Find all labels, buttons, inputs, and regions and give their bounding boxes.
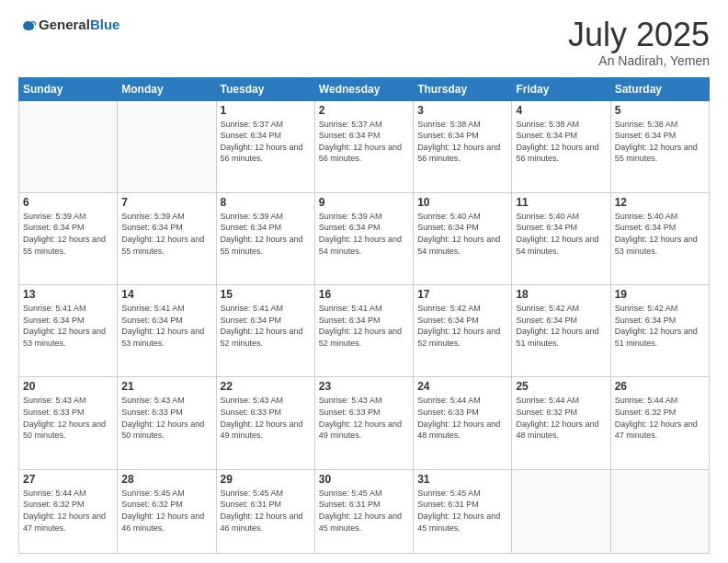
day-number: 19 [615, 288, 705, 301]
day-info: Sunrise: 5:43 AM Sunset: 6:33 PM Dayligh… [121, 395, 211, 441]
table-row: 23Sunrise: 5:43 AM Sunset: 6:33 PM Dayli… [314, 377, 413, 469]
day-number: 3 [417, 104, 507, 117]
logo: GeneralBlue [18, 17, 119, 33]
day-number: 22 [221, 380, 311, 393]
day-number: 17 [417, 288, 507, 301]
table-row [512, 469, 610, 553]
table-row: 25Sunrise: 5:44 AM Sunset: 6:32 PM Dayli… [512, 377, 610, 469]
col-friday: Friday [512, 77, 610, 100]
location-title: An Nadirah, Yemen [568, 53, 710, 68]
day-number: 2 [319, 104, 409, 117]
table-row: 24Sunrise: 5:44 AM Sunset: 6:33 PM Dayli… [414, 377, 512, 469]
day-number: 8 [221, 196, 311, 209]
day-number: 26 [615, 380, 705, 393]
day-number: 14 [121, 288, 211, 301]
day-info: Sunrise: 5:39 AM Sunset: 6:34 PM Dayligh… [23, 211, 113, 257]
table-row: 26Sunrise: 5:44 AM Sunset: 6:32 PM Dayli… [610, 377, 709, 469]
day-info: Sunrise: 5:42 AM Sunset: 6:34 PM Dayligh… [417, 303, 507, 349]
day-info: Sunrise: 5:44 AM Sunset: 6:32 PM Dayligh… [23, 488, 113, 534]
title-block: July 2025 An Nadirah, Yemen [568, 17, 710, 68]
month-title: July 2025 [568, 17, 710, 53]
table-row: 19Sunrise: 5:42 AM Sunset: 6:34 PM Dayli… [610, 285, 709, 377]
day-info: Sunrise: 5:43 AM Sunset: 6:33 PM Dayligh… [23, 395, 113, 441]
day-number: 12 [615, 196, 705, 209]
table-row: 28Sunrise: 5:45 AM Sunset: 6:32 PM Dayli… [118, 469, 216, 553]
day-number: 15 [221, 288, 311, 301]
day-info: Sunrise: 5:41 AM Sunset: 6:34 PM Dayligh… [23, 303, 113, 349]
day-info: Sunrise: 5:45 AM Sunset: 6:31 PM Dayligh… [417, 488, 507, 534]
table-row: 16Sunrise: 5:41 AM Sunset: 6:34 PM Dayli… [314, 285, 413, 377]
table-row: 18Sunrise: 5:42 AM Sunset: 6:34 PM Dayli… [512, 285, 610, 377]
day-number: 20 [23, 380, 113, 393]
table-row: 4Sunrise: 5:38 AM Sunset: 6:34 PM Daylig… [512, 100, 610, 192]
day-info: Sunrise: 5:37 AM Sunset: 6:34 PM Dayligh… [221, 119, 311, 165]
page: GeneralBlue July 2025 An Nadirah, Yemen … [0, 0, 728, 563]
day-number: 7 [121, 196, 211, 209]
table-row: 14Sunrise: 5:41 AM Sunset: 6:34 PM Dayli… [118, 285, 216, 377]
table-row: 11Sunrise: 5:40 AM Sunset: 6:34 PM Dayli… [512, 192, 610, 284]
table-row: 30Sunrise: 5:45 AM Sunset: 6:31 PM Dayli… [314, 469, 413, 553]
col-saturday: Saturday [610, 77, 709, 100]
table-row [610, 469, 709, 553]
day-info: Sunrise: 5:39 AM Sunset: 6:34 PM Dayligh… [221, 211, 311, 257]
day-number: 29 [221, 473, 311, 486]
day-info: Sunrise: 5:45 AM Sunset: 6:31 PM Dayligh… [319, 488, 409, 534]
day-number: 31 [417, 473, 507, 486]
day-info: Sunrise: 5:38 AM Sunset: 6:34 PM Dayligh… [417, 119, 507, 165]
day-number: 4 [516, 104, 606, 117]
day-info: Sunrise: 5:41 AM Sunset: 6:34 PM Dayligh… [221, 303, 311, 349]
logo-icon [20, 17, 37, 33]
col-thursday: Thursday [414, 77, 512, 100]
day-info: Sunrise: 5:41 AM Sunset: 6:34 PM Dayligh… [121, 303, 211, 349]
table-row: 29Sunrise: 5:45 AM Sunset: 6:31 PM Dayli… [216, 469, 314, 553]
table-row: 9Sunrise: 5:39 AM Sunset: 6:34 PM Daylig… [314, 192, 413, 284]
day-info: Sunrise: 5:43 AM Sunset: 6:33 PM Dayligh… [319, 395, 409, 441]
day-info: Sunrise: 5:44 AM Sunset: 6:32 PM Dayligh… [615, 395, 705, 441]
table-row: 6Sunrise: 5:39 AM Sunset: 6:34 PM Daylig… [19, 192, 118, 284]
day-info: Sunrise: 5:44 AM Sunset: 6:33 PM Dayligh… [417, 395, 507, 441]
table-row: 13Sunrise: 5:41 AM Sunset: 6:34 PM Dayli… [19, 285, 118, 377]
day-number: 21 [121, 380, 211, 393]
day-info: Sunrise: 5:37 AM Sunset: 6:34 PM Dayligh… [319, 119, 409, 165]
calendar-week-2: 6Sunrise: 5:39 AM Sunset: 6:34 PM Daylig… [19, 192, 710, 284]
table-row: 20Sunrise: 5:43 AM Sunset: 6:33 PM Dayli… [19, 377, 118, 469]
table-row: 27Sunrise: 5:44 AM Sunset: 6:32 PM Dayli… [19, 469, 118, 553]
day-info: Sunrise: 5:42 AM Sunset: 6:34 PM Dayligh… [615, 303, 705, 349]
table-row: 31Sunrise: 5:45 AM Sunset: 6:31 PM Dayli… [414, 469, 512, 553]
table-row: 10Sunrise: 5:40 AM Sunset: 6:34 PM Dayli… [414, 192, 512, 284]
table-row: 3Sunrise: 5:38 AM Sunset: 6:34 PM Daylig… [414, 100, 512, 192]
day-info: Sunrise: 5:44 AM Sunset: 6:32 PM Dayligh… [516, 395, 606, 441]
table-row: 21Sunrise: 5:43 AM Sunset: 6:33 PM Dayli… [118, 377, 216, 469]
col-wednesday: Wednesday [314, 77, 413, 100]
table-row: 2Sunrise: 5:37 AM Sunset: 6:34 PM Daylig… [314, 100, 413, 192]
day-number: 10 [417, 196, 507, 209]
day-info: Sunrise: 5:45 AM Sunset: 6:31 PM Dayligh… [221, 488, 311, 534]
day-number: 16 [319, 288, 409, 301]
calendar-week-5: 27Sunrise: 5:44 AM Sunset: 6:32 PM Dayli… [19, 469, 710, 553]
table-row [118, 100, 216, 192]
table-row: 8Sunrise: 5:39 AM Sunset: 6:34 PM Daylig… [216, 192, 314, 284]
calendar-header-row: Sunday Monday Tuesday Wednesday Thursday… [19, 77, 710, 100]
day-info: Sunrise: 5:42 AM Sunset: 6:34 PM Dayligh… [516, 303, 606, 349]
day-info: Sunrise: 5:43 AM Sunset: 6:33 PM Dayligh… [221, 395, 311, 441]
day-info: Sunrise: 5:40 AM Sunset: 6:34 PM Dayligh… [615, 211, 705, 257]
col-monday: Monday [118, 77, 216, 100]
table-row: 15Sunrise: 5:41 AM Sunset: 6:34 PM Dayli… [216, 285, 314, 377]
day-number: 25 [516, 380, 606, 393]
table-row: 12Sunrise: 5:40 AM Sunset: 6:34 PM Dayli… [610, 192, 709, 284]
day-number: 6 [23, 196, 113, 209]
table-row: 17Sunrise: 5:42 AM Sunset: 6:34 PM Dayli… [414, 285, 512, 377]
table-row: 22Sunrise: 5:43 AM Sunset: 6:33 PM Dayli… [216, 377, 314, 469]
day-info: Sunrise: 5:40 AM Sunset: 6:34 PM Dayligh… [417, 211, 507, 257]
day-number: 28 [121, 473, 211, 486]
day-number: 9 [319, 196, 409, 209]
day-number: 23 [319, 380, 409, 393]
day-number: 13 [23, 288, 113, 301]
day-number: 27 [23, 473, 113, 486]
calendar-week-1: 1Sunrise: 5:37 AM Sunset: 6:34 PM Daylig… [19, 100, 710, 192]
col-tuesday: Tuesday [216, 77, 314, 100]
day-number: 1 [221, 104, 311, 117]
day-number: 30 [319, 473, 409, 486]
table-row: 7Sunrise: 5:39 AM Sunset: 6:34 PM Daylig… [118, 192, 216, 284]
day-info: Sunrise: 5:40 AM Sunset: 6:34 PM Dayligh… [516, 211, 606, 257]
